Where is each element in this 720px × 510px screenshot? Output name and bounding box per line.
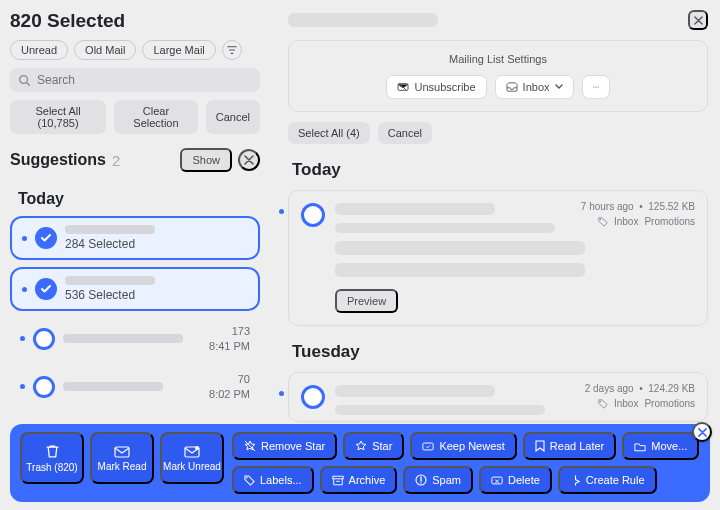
read-later-button[interactable]: Read Later bbox=[523, 432, 616, 460]
unsubscribe-button[interactable]: Unsubscribe bbox=[386, 75, 486, 99]
inbox-label: Inbox bbox=[523, 81, 550, 93]
spam-icon bbox=[415, 474, 427, 486]
unchecked-icon[interactable] bbox=[33, 328, 55, 350]
sender-placeholder bbox=[65, 225, 155, 234]
unchecked-icon[interactable] bbox=[301, 203, 325, 227]
checked-icon[interactable] bbox=[35, 278, 57, 300]
sender-placeholder bbox=[65, 276, 155, 285]
item-count: 173 bbox=[209, 325, 250, 337]
chip-unread[interactable]: Unread bbox=[10, 40, 68, 60]
subject-placeholder bbox=[335, 385, 495, 397]
sender-group-item[interactable]: 70 8:02 PM bbox=[10, 366, 260, 407]
right-cancel-button[interactable]: Cancel bbox=[378, 122, 432, 144]
label-promotions: Promotions bbox=[644, 398, 695, 409]
search-input[interactable] bbox=[37, 73, 252, 87]
close-suggestions-button[interactable] bbox=[238, 149, 260, 171]
unchecked-icon[interactable] bbox=[33, 376, 55, 398]
keep-newest-button[interactable]: Keep Newest bbox=[410, 432, 516, 460]
tag-icon bbox=[598, 217, 608, 227]
preview-button[interactable]: Preview bbox=[335, 289, 398, 313]
search-box[interactable] bbox=[10, 68, 260, 92]
spam-button[interactable]: Spam bbox=[403, 466, 473, 494]
archive-button[interactable]: Archive bbox=[320, 466, 398, 494]
item-count: 70 bbox=[209, 373, 250, 385]
inbox-dropdown[interactable]: Inbox bbox=[495, 75, 574, 99]
move-button[interactable]: Move... bbox=[622, 432, 699, 460]
filter-chips: Unread Old Mail Large Mail bbox=[10, 40, 260, 60]
mailing-list-panel: Mailing List Settings Unsubscribe Inbox bbox=[288, 40, 708, 112]
move-label: Move... bbox=[651, 440, 687, 452]
right-select-all-button[interactable]: Select All (4) bbox=[288, 122, 370, 144]
svg-rect-10 bbox=[423, 443, 433, 450]
remove-star-label: Remove Star bbox=[261, 440, 325, 452]
message-size: 124.29 KB bbox=[648, 383, 695, 394]
svg-point-2 bbox=[593, 86, 594, 87]
unread-dot-icon bbox=[279, 391, 284, 396]
more-button[interactable] bbox=[582, 75, 610, 99]
unread-dot-icon bbox=[279, 209, 284, 214]
checked-icon[interactable] bbox=[35, 227, 57, 249]
unread-icon bbox=[184, 445, 200, 458]
subject-placeholder bbox=[335, 203, 495, 215]
sender-placeholder bbox=[63, 382, 163, 391]
read-later-label: Read Later bbox=[550, 440, 604, 452]
archive-label: Archive bbox=[349, 474, 386, 486]
unread-dot-icon bbox=[22, 236, 27, 241]
svg-point-9 bbox=[195, 446, 199, 450]
filter-icon[interactable] bbox=[222, 40, 242, 60]
delete-icon bbox=[491, 475, 503, 486]
cancel-button[interactable]: Cancel bbox=[206, 100, 260, 134]
label-promotions: Promotions bbox=[644, 216, 695, 227]
create-rule-button[interactable]: Create Rule bbox=[558, 466, 657, 494]
action-toolbar: Trash (820) Mark Read Mark Unread Remove… bbox=[10, 424, 710, 502]
right-header bbox=[288, 10, 708, 30]
remove-star-button[interactable]: Remove Star bbox=[232, 432, 337, 460]
chevron-down-icon bbox=[555, 84, 563, 90]
card-meta: 7 hours ago • 125.52 KB Inbox Promotions bbox=[581, 201, 695, 227]
close-toolbar-button[interactable] bbox=[692, 422, 712, 442]
star-off-icon bbox=[244, 440, 256, 452]
star-button[interactable]: Star bbox=[343, 432, 404, 460]
sender-name-placeholder bbox=[288, 13, 438, 27]
rule-icon bbox=[570, 475, 581, 486]
read-icon bbox=[114, 445, 130, 458]
close-icon bbox=[698, 428, 707, 437]
more-icon bbox=[593, 85, 599, 89]
message-size: 125.52 KB bbox=[648, 201, 695, 212]
mark-unread-button[interactable]: Mark Unread bbox=[160, 432, 224, 484]
delete-button[interactable]: Delete bbox=[479, 466, 552, 494]
sender-group-item[interactable]: 536 Selected bbox=[10, 267, 260, 311]
suggestions-count: 2 bbox=[112, 152, 120, 169]
clear-selection-button[interactable]: Clear Selection bbox=[114, 100, 198, 134]
chip-large-mail[interactable]: Large Mail bbox=[142, 40, 215, 60]
message-card[interactable]: 2 days ago • 124.29 KB Inbox Promotions bbox=[288, 372, 708, 422]
trash-button[interactable]: Trash (820) bbox=[20, 432, 84, 484]
svg-point-11 bbox=[246, 476, 248, 478]
svg-rect-7 bbox=[115, 447, 129, 457]
chip-old-mail[interactable]: Old Mail bbox=[74, 40, 136, 60]
sender-group-item[interactable]: 284 Selected bbox=[10, 216, 260, 260]
unchecked-icon[interactable] bbox=[301, 385, 325, 409]
unsubscribe-icon bbox=[397, 82, 409, 92]
svg-point-5 bbox=[600, 218, 602, 220]
svg-point-4 bbox=[597, 86, 598, 87]
preview-line-placeholder bbox=[335, 405, 545, 415]
tag-icon bbox=[598, 399, 608, 409]
item-selected-count: 284 Selected bbox=[65, 237, 248, 251]
archive-icon bbox=[332, 475, 344, 486]
labels-button[interactable]: Labels... bbox=[232, 466, 314, 494]
item-time: 8:02 PM bbox=[209, 388, 250, 400]
mark-read-button[interactable]: Mark Read bbox=[90, 432, 154, 484]
message-card[interactable]: Preview 7 hours ago • 125.52 KB Inbox Pr… bbox=[288, 190, 708, 326]
unread-dot-icon bbox=[20, 384, 25, 389]
search-icon bbox=[18, 74, 31, 87]
label-inbox: Inbox bbox=[614, 398, 638, 409]
svg-rect-12 bbox=[332, 476, 342, 479]
sender-group-item[interactable]: 173 8:41 PM bbox=[10, 318, 260, 359]
close-panel-button[interactable] bbox=[688, 10, 708, 30]
select-all-button[interactable]: Select All (10,785) bbox=[10, 100, 106, 134]
suggestions-heading: Suggestions bbox=[10, 151, 106, 169]
show-button[interactable]: Show bbox=[180, 148, 232, 172]
svg-rect-14 bbox=[492, 477, 502, 484]
preview-line-placeholder bbox=[335, 223, 555, 233]
